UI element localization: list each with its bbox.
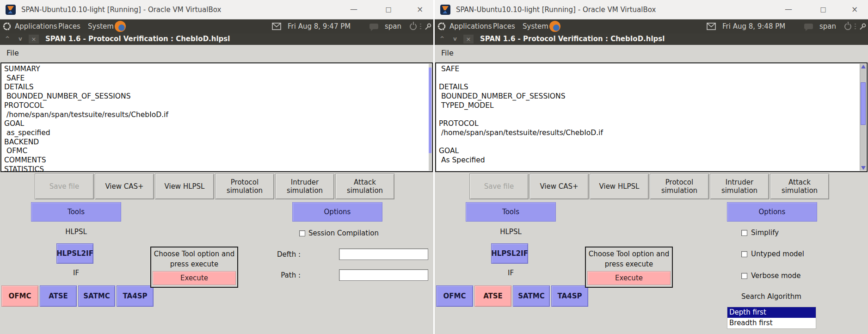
path-input[interactable] xyxy=(339,269,428,281)
close-window-icon[interactable]: × xyxy=(29,35,39,43)
view-cas-button[interactable]: View CAS+ xyxy=(95,173,154,199)
shade-down-icon[interactable]: v xyxy=(15,33,26,45)
intruder-simulation-button[interactable]: Intruder simulation xyxy=(275,173,334,199)
maximize-button[interactable]: □ xyxy=(378,0,399,19)
scrollbar-thumb[interactable] xyxy=(861,82,866,125)
backend-button-satmc[interactable]: SATMC xyxy=(78,285,115,307)
power-icon[interactable] xyxy=(410,23,417,30)
shade-down-icon[interactable]: v xyxy=(449,33,461,45)
menu-places[interactable]: Places xyxy=(58,19,80,33)
scrollbar-thumb[interactable] xyxy=(429,68,431,153)
untyped-model-checkbox[interactable] xyxy=(741,251,747,257)
verification-output-area[interactable]: SAFE DETAILS BOUNDED_NUMBER_OF_SESSIONS … xyxy=(435,62,868,172)
protocol-simulation-button[interactable]: Protocol simulation xyxy=(215,173,274,199)
chat-bubble-icon[interactable] xyxy=(804,24,813,29)
panel-clock[interactable]: Fri Aug 8, 9:48 PM xyxy=(722,19,785,33)
pin-icon[interactable] xyxy=(859,22,867,31)
verbose-mode-label: Verbose mode xyxy=(751,272,801,280)
menu-applications[interactable]: Applications xyxy=(449,19,492,33)
mail-envelope-icon[interactable] xyxy=(272,23,281,30)
vbox-titlebar[interactable]: SPAN-Ubuntu10.10-light [Running] - Oracl… xyxy=(0,0,433,19)
backend-button-atse[interactable]: ATSE xyxy=(474,285,511,307)
verbose-mode-checkbox[interactable] xyxy=(741,273,747,279)
save-file-button[interactable]: Save file xyxy=(35,173,94,199)
backend-button-atse[interactable]: ATSE xyxy=(40,285,77,307)
path-label: Path : xyxy=(247,271,301,279)
verification-output-text: SAFE DETAILS BOUNDED_NUMBER_OF_SESSIONS … xyxy=(439,65,603,165)
choose-tool-line1: Choose Tool option and xyxy=(586,250,672,258)
search-algorithm-label: Search Algorithm xyxy=(741,292,801,301)
menu-applications[interactable]: Applications xyxy=(15,19,57,33)
verification-output-area[interactable]: SUMMARY SAFE DETAILS BOUNDED_NUMBER_OF_S… xyxy=(0,62,433,172)
menu-system[interactable]: System xyxy=(88,19,114,33)
menu-system[interactable]: System xyxy=(523,19,548,33)
grip-dots-icon xyxy=(855,24,856,29)
execute-button[interactable]: Execute xyxy=(153,271,236,285)
ubuntu-logo-icon xyxy=(437,22,446,31)
shade-up-icon[interactable]: ^ xyxy=(437,33,448,45)
maximize-button[interactable]: □ xyxy=(813,0,834,19)
virtualbox-icon xyxy=(440,4,451,15)
mail-envelope-icon[interactable] xyxy=(707,23,716,30)
firefox-icon[interactable] xyxy=(115,21,126,32)
hlpsl2if-button[interactable]: HLPSL2IF xyxy=(56,243,93,264)
minimize-button[interactable]: — xyxy=(778,0,799,19)
minimize-button[interactable]: — xyxy=(343,0,364,19)
backend-button-ta4sp[interactable]: TA4SP xyxy=(551,285,588,307)
close-window-icon[interactable]: × xyxy=(463,35,474,43)
attack-simulation-button[interactable]: Attack simulation xyxy=(335,173,394,199)
hlpsl2if-button[interactable]: HLPSL2IF xyxy=(491,243,528,264)
vertical-scrollbar[interactable] xyxy=(860,64,866,171)
view-hlpsl-button[interactable]: View HLPSL xyxy=(590,173,649,199)
menu-places[interactable]: Places xyxy=(493,19,515,33)
close-button[interactable]: × xyxy=(844,0,865,19)
vbox-titlebar[interactable]: SPAN-Ubuntu10.10-light [Running] - Oracl… xyxy=(435,0,868,19)
close-button[interactable]: × xyxy=(409,0,431,19)
vbox-window-title: SPAN-Ubuntu10.10-light [Running] - Oracl… xyxy=(456,0,656,19)
save-file-button[interactable]: Save file xyxy=(469,173,529,199)
vbox-window-title: SPAN-Ubuntu10.10-light [Running] - Oracl… xyxy=(21,0,221,19)
shade-up-icon[interactable]: ^ xyxy=(2,33,13,45)
simplify-checkbox[interactable] xyxy=(741,230,747,236)
virtualbox-icon xyxy=(5,4,16,15)
backend-button-ta4sp[interactable]: TA4SP xyxy=(117,285,154,307)
session-compilation-checkbox[interactable] xyxy=(299,230,305,236)
backend-button-ofmc[interactable]: OFMC xyxy=(436,285,473,307)
untyped-model-label: Untyped model xyxy=(751,250,804,258)
choose-tool-box: Choose Tool option and press execute Exe… xyxy=(585,247,673,288)
choose-tool-line2: press execute xyxy=(151,260,237,268)
pin-icon[interactable] xyxy=(424,22,432,31)
options-header: Options xyxy=(292,202,382,222)
intruder-simulation-button[interactable]: Intruder simulation xyxy=(710,173,769,199)
firefox-icon[interactable] xyxy=(549,21,560,32)
execute-button[interactable]: Execute xyxy=(587,271,671,285)
scroll-down-arrow-icon[interactable] xyxy=(861,166,866,170)
scroll-up-arrow-icon[interactable] xyxy=(861,65,866,68)
defth-input[interactable] xyxy=(339,248,428,260)
file-menu[interactable]: File xyxy=(5,49,21,57)
view-cas-button[interactable]: View CAS+ xyxy=(529,173,589,199)
backend-button-satmc[interactable]: SATMC xyxy=(513,285,550,307)
panel-clock[interactable]: Fri Aug 8, 9:47 PM xyxy=(288,19,351,33)
span-titlebar[interactable]: ^ v × SPAN 1.6 - Protocol Verification :… xyxy=(0,33,433,45)
choose-tool-line1: Choose Tool option and xyxy=(151,250,237,258)
panel-username[interactable]: span xyxy=(819,19,836,33)
protocol-simulation-button[interactable]: Protocol simulation xyxy=(650,173,709,199)
power-icon[interactable] xyxy=(844,23,851,30)
simplify-label: Simplify xyxy=(751,229,779,237)
screenshot-stage: SPAN-Ubuntu10.10-light [Running] - Oracl… xyxy=(0,0,868,334)
view-hlpsl-button[interactable]: View HLPSL xyxy=(155,173,214,199)
panel-username[interactable]: span xyxy=(385,19,401,33)
span-titlebar[interactable]: ^ v × SPAN 1.6 - Protocol Verification :… xyxy=(435,33,868,45)
span-window-title: SPAN 1.6 - Protocol Verification : ChebI… xyxy=(45,33,230,45)
backend-button-ofmc[interactable]: OFMC xyxy=(1,285,38,307)
menu-bar: File xyxy=(435,45,868,62)
file-menu[interactable]: File xyxy=(439,49,456,57)
attack-simulation-button[interactable]: Attack simulation xyxy=(770,173,829,199)
algorithm-option-breadth-first[interactable]: Breadth first xyxy=(727,318,816,328)
algorithm-option-depth-first[interactable]: Depth first xyxy=(727,307,816,318)
tools-header: Tools xyxy=(466,202,556,222)
chat-bubble-icon[interactable] xyxy=(369,24,378,29)
vertical-scrollbar[interactable] xyxy=(429,64,431,171)
hlpsl-label: HLPSL xyxy=(466,228,556,236)
